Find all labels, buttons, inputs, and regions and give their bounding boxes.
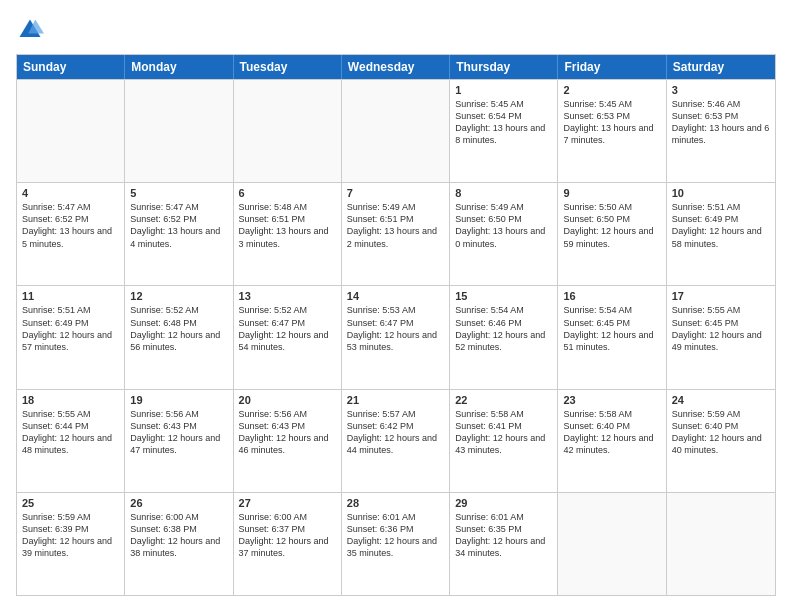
day-cell-18: 18Sunrise: 5:55 AMSunset: 6:44 PMDayligh… [17, 390, 125, 492]
header-day-friday: Friday [558, 55, 666, 79]
day-info: Sunrise: 5:59 AMSunset: 6:39 PMDaylight:… [22, 511, 119, 560]
day-cell-14: 14Sunrise: 5:53 AMSunset: 6:47 PMDayligh… [342, 286, 450, 388]
header-day-monday: Monday [125, 55, 233, 79]
header-day-saturday: Saturday [667, 55, 775, 79]
header-day-tuesday: Tuesday [234, 55, 342, 79]
day-number: 8 [455, 187, 552, 199]
day-number: 10 [672, 187, 770, 199]
day-cell-12: 12Sunrise: 5:52 AMSunset: 6:48 PMDayligh… [125, 286, 233, 388]
day-cell-10: 10Sunrise: 5:51 AMSunset: 6:49 PMDayligh… [667, 183, 775, 285]
day-info: Sunrise: 5:57 AMSunset: 6:42 PMDaylight:… [347, 408, 444, 457]
day-info: Sunrise: 5:55 AMSunset: 6:45 PMDaylight:… [672, 304, 770, 353]
day-info: Sunrise: 5:51 AMSunset: 6:49 PMDaylight:… [672, 201, 770, 250]
day-info: Sunrise: 5:50 AMSunset: 6:50 PMDaylight:… [563, 201, 660, 250]
day-number: 15 [455, 290, 552, 302]
day-number: 18 [22, 394, 119, 406]
day-number: 26 [130, 497, 227, 509]
logo-icon [16, 16, 44, 44]
day-number: 1 [455, 84, 552, 96]
day-cell-28: 28Sunrise: 6:01 AMSunset: 6:36 PMDayligh… [342, 493, 450, 595]
day-number: 2 [563, 84, 660, 96]
day-cell-23: 23Sunrise: 5:58 AMSunset: 6:40 PMDayligh… [558, 390, 666, 492]
day-number: 28 [347, 497, 444, 509]
day-number: 16 [563, 290, 660, 302]
day-number: 20 [239, 394, 336, 406]
day-cell-8: 8Sunrise: 5:49 AMSunset: 6:50 PMDaylight… [450, 183, 558, 285]
day-number: 5 [130, 187, 227, 199]
day-info: Sunrise: 6:01 AMSunset: 6:35 PMDaylight:… [455, 511, 552, 560]
day-cell-4: 4Sunrise: 5:47 AMSunset: 6:52 PMDaylight… [17, 183, 125, 285]
calendar-row-3: 18Sunrise: 5:55 AMSunset: 6:44 PMDayligh… [17, 389, 775, 492]
day-info: Sunrise: 5:55 AMSunset: 6:44 PMDaylight:… [22, 408, 119, 457]
day-info: Sunrise: 5:53 AMSunset: 6:47 PMDaylight:… [347, 304, 444, 353]
day-info: Sunrise: 5:49 AMSunset: 6:51 PMDaylight:… [347, 201, 444, 250]
day-cell-9: 9Sunrise: 5:50 AMSunset: 6:50 PMDaylight… [558, 183, 666, 285]
empty-cell [125, 80, 233, 182]
day-number: 9 [563, 187, 660, 199]
calendar-row-4: 25Sunrise: 5:59 AMSunset: 6:39 PMDayligh… [17, 492, 775, 595]
day-info: Sunrise: 6:01 AMSunset: 6:36 PMDaylight:… [347, 511, 444, 560]
day-number: 24 [672, 394, 770, 406]
day-cell-19: 19Sunrise: 5:56 AMSunset: 6:43 PMDayligh… [125, 390, 233, 492]
calendar: SundayMondayTuesdayWednesdayThursdayFrid… [16, 54, 776, 596]
day-number: 19 [130, 394, 227, 406]
day-info: Sunrise: 6:00 AMSunset: 6:38 PMDaylight:… [130, 511, 227, 560]
calendar-row-0: 1Sunrise: 5:45 AMSunset: 6:54 PMDaylight… [17, 79, 775, 182]
day-info: Sunrise: 5:47 AMSunset: 6:52 PMDaylight:… [130, 201, 227, 250]
day-info: Sunrise: 5:48 AMSunset: 6:51 PMDaylight:… [239, 201, 336, 250]
day-cell-27: 27Sunrise: 6:00 AMSunset: 6:37 PMDayligh… [234, 493, 342, 595]
day-info: Sunrise: 5:58 AMSunset: 6:41 PMDaylight:… [455, 408, 552, 457]
day-cell-16: 16Sunrise: 5:54 AMSunset: 6:45 PMDayligh… [558, 286, 666, 388]
day-cell-3: 3Sunrise: 5:46 AMSunset: 6:53 PMDaylight… [667, 80, 775, 182]
day-info: Sunrise: 5:59 AMSunset: 6:40 PMDaylight:… [672, 408, 770, 457]
day-number: 21 [347, 394, 444, 406]
day-cell-29: 29Sunrise: 6:01 AMSunset: 6:35 PMDayligh… [450, 493, 558, 595]
day-cell-2: 2Sunrise: 5:45 AMSunset: 6:53 PMDaylight… [558, 80, 666, 182]
calendar-header: SundayMondayTuesdayWednesdayThursdayFrid… [17, 55, 775, 79]
day-number: 3 [672, 84, 770, 96]
day-number: 11 [22, 290, 119, 302]
calendar-row-2: 11Sunrise: 5:51 AMSunset: 6:49 PMDayligh… [17, 285, 775, 388]
day-info: Sunrise: 5:51 AMSunset: 6:49 PMDaylight:… [22, 304, 119, 353]
header [16, 16, 776, 44]
day-number: 22 [455, 394, 552, 406]
day-number: 12 [130, 290, 227, 302]
calendar-row-1: 4Sunrise: 5:47 AMSunset: 6:52 PMDaylight… [17, 182, 775, 285]
day-info: Sunrise: 5:46 AMSunset: 6:53 PMDaylight:… [672, 98, 770, 147]
day-cell-1: 1Sunrise: 5:45 AMSunset: 6:54 PMDaylight… [450, 80, 558, 182]
day-info: Sunrise: 5:45 AMSunset: 6:54 PMDaylight:… [455, 98, 552, 147]
day-number: 23 [563, 394, 660, 406]
logo [16, 16, 48, 44]
day-info: Sunrise: 5:52 AMSunset: 6:47 PMDaylight:… [239, 304, 336, 353]
day-info: Sunrise: 5:49 AMSunset: 6:50 PMDaylight:… [455, 201, 552, 250]
day-number: 4 [22, 187, 119, 199]
day-number: 17 [672, 290, 770, 302]
day-info: Sunrise: 5:58 AMSunset: 6:40 PMDaylight:… [563, 408, 660, 457]
day-cell-5: 5Sunrise: 5:47 AMSunset: 6:52 PMDaylight… [125, 183, 233, 285]
day-cell-26: 26Sunrise: 6:00 AMSunset: 6:38 PMDayligh… [125, 493, 233, 595]
day-info: Sunrise: 5:56 AMSunset: 6:43 PMDaylight:… [130, 408, 227, 457]
calendar-body: 1Sunrise: 5:45 AMSunset: 6:54 PMDaylight… [17, 79, 775, 595]
day-cell-11: 11Sunrise: 5:51 AMSunset: 6:49 PMDayligh… [17, 286, 125, 388]
day-info: Sunrise: 5:45 AMSunset: 6:53 PMDaylight:… [563, 98, 660, 147]
header-day-sunday: Sunday [17, 55, 125, 79]
day-info: Sunrise: 5:54 AMSunset: 6:45 PMDaylight:… [563, 304, 660, 353]
empty-cell [667, 493, 775, 595]
day-info: Sunrise: 5:47 AMSunset: 6:52 PMDaylight:… [22, 201, 119, 250]
day-info: Sunrise: 6:00 AMSunset: 6:37 PMDaylight:… [239, 511, 336, 560]
empty-cell [342, 80, 450, 182]
day-number: 25 [22, 497, 119, 509]
day-cell-21: 21Sunrise: 5:57 AMSunset: 6:42 PMDayligh… [342, 390, 450, 492]
day-number: 13 [239, 290, 336, 302]
day-number: 27 [239, 497, 336, 509]
header-day-thursday: Thursday [450, 55, 558, 79]
day-number: 6 [239, 187, 336, 199]
day-cell-24: 24Sunrise: 5:59 AMSunset: 6:40 PMDayligh… [667, 390, 775, 492]
page: SundayMondayTuesdayWednesdayThursdayFrid… [0, 0, 792, 612]
day-cell-7: 7Sunrise: 5:49 AMSunset: 6:51 PMDaylight… [342, 183, 450, 285]
day-info: Sunrise: 5:56 AMSunset: 6:43 PMDaylight:… [239, 408, 336, 457]
day-number: 7 [347, 187, 444, 199]
empty-cell [17, 80, 125, 182]
day-cell-25: 25Sunrise: 5:59 AMSunset: 6:39 PMDayligh… [17, 493, 125, 595]
day-cell-22: 22Sunrise: 5:58 AMSunset: 6:41 PMDayligh… [450, 390, 558, 492]
